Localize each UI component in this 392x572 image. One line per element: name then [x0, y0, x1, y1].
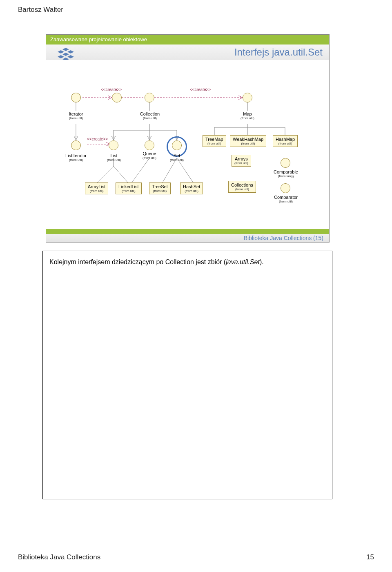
node-name: Map — [238, 111, 257, 116]
caption-text: Kolejnym interfejsem dziedziczącym po Co… — [49, 258, 325, 266]
svg-line-22 — [97, 166, 114, 183]
node-pkg: (from util) — [183, 189, 200, 193]
node-name: Iterator — [66, 111, 86, 116]
uml-circle — [281, 158, 290, 168]
node-pkg: (from util) — [167, 158, 186, 162]
svg-line-26 — [177, 158, 193, 183]
svg-marker-2 — [67, 50, 74, 53]
node-queue: Queue (from util) — [139, 151, 160, 160]
node-pkg: (from util) — [152, 189, 168, 193]
node-pkg: (from util) — [205, 142, 223, 145]
svg-line-23 — [114, 166, 128, 183]
node-comparator: Comparator (from util) — [270, 195, 302, 203]
uml-circle — [281, 183, 290, 193]
node-collection: Collection (from util) — [137, 111, 163, 120]
node-treeset: TreeSet (from util) — [149, 183, 171, 194]
node-name: WeakHashMap — [233, 137, 263, 142]
slide-topbar: Zaawansowane projektowanie obiektowe — [46, 35, 329, 45]
node-pkg: (from lang) — [270, 174, 302, 178]
svg-marker-1 — [58, 50, 64, 53]
node-list: List (from util) — [105, 153, 123, 162]
node-pkg: (from util) — [118, 189, 139, 193]
slide-footer-text: Biblioteka Java Collections (15) — [46, 234, 329, 242]
node-treemap: TreeMap (from util) — [203, 135, 226, 147]
svg-marker-3 — [62, 53, 69, 56]
node-name: Comparator — [270, 195, 302, 200]
uml-circle — [71, 93, 81, 102]
node-name: HashMap — [276, 137, 295, 142]
node-linkedlist: LinkedList (from util) — [116, 183, 142, 194]
page-footer-left: Biblioteka Java Collections — [18, 553, 100, 561]
slide-footer: Biblioteka Java Collections (15) — [46, 229, 329, 242]
uml-circle — [145, 140, 154, 150]
node-hashmap: HashMap (from util) — [273, 135, 298, 147]
node-name: Collection — [137, 111, 163, 116]
slide-container: Zaawansowane projektowanie obiektowe Int… — [46, 34, 330, 243]
page-number: 15 — [366, 553, 374, 561]
node-collections: Collections (from util) — [228, 181, 256, 193]
node-pkg: (from util) — [105, 158, 123, 162]
uml-circle — [243, 93, 252, 102]
caption-ital: java.util.Set — [226, 258, 260, 265]
node-pkg: (from util) — [137, 116, 163, 120]
svg-marker-4 — [58, 55, 64, 58]
uml-circle — [109, 140, 118, 150]
node-name: HashSet — [183, 184, 200, 189]
caption-pre: Kolejnym interfejsem dziedziczącym po Co… — [49, 258, 226, 265]
node-comparable: Comparable (from lang) — [270, 169, 302, 178]
node-name: ListIterator — [62, 153, 89, 158]
node-name: List — [105, 153, 123, 158]
node-pkg: (from util) — [233, 142, 263, 145]
uml-circle — [71, 140, 81, 150]
node-pkg: (from util) — [88, 189, 105, 193]
node-name: TreeMap — [205, 137, 223, 142]
svg-marker-5 — [67, 55, 74, 58]
node-map: Map (from util) — [238, 111, 257, 120]
uml-circle — [112, 93, 122, 102]
node-pkg: (from util) — [234, 161, 248, 165]
node-set: Set (from util) — [167, 153, 186, 162]
svg-marker-0 — [62, 48, 69, 51]
node-name: Set — [167, 153, 186, 158]
svg-line-24 — [132, 158, 149, 183]
node-pkg: (from util) — [276, 142, 295, 145]
slide-title: Interfejs java.util.Set — [46, 45, 329, 60]
node-pkg: (from util) — [238, 116, 257, 120]
node-iterator: Iterator (from util) — [66, 111, 86, 120]
caption-box: Kolejnym interfejsem dziedziczącym po Co… — [42, 251, 332, 499]
node-hashset: HashSet (from util) — [180, 183, 203, 194]
node-listiterator: ListIterator (from util) — [62, 153, 89, 162]
uml-circle — [145, 93, 154, 102]
node-pkg: (from util) — [66, 116, 86, 120]
node-name: Arrays — [234, 156, 248, 161]
node-weakhashmap: WeakHashMap (from util) — [230, 135, 266, 147]
node-name: Collections — [231, 183, 253, 187]
node-name: Queue — [139, 151, 160, 156]
node-pkg: (from util) — [139, 156, 160, 160]
node-name: LinkedList — [118, 184, 139, 189]
node-arraylist: ArrayList (from util) — [85, 183, 108, 194]
node-pkg: (from util) — [231, 187, 253, 191]
svg-line-25 — [163, 158, 177, 183]
stereo-create-3: <<create>> — [87, 137, 108, 141]
stereo-create-1: <<create>> — [101, 87, 122, 92]
node-arrays: Arrays (from util) — [232, 155, 251, 167]
author-name: Bartosz Walter — [18, 6, 63, 14]
uml-canvas: <<create>> <<create>> <<create>> Iterato… — [46, 60, 329, 230]
node-name: Comparable — [270, 169, 302, 174]
node-pkg: (from util) — [270, 200, 302, 203]
stereo-create-2: <<create>> — [190, 87, 211, 92]
node-name: ArrayList — [88, 184, 105, 189]
node-pkg: (from util) — [62, 158, 89, 162]
caption-post: ). — [260, 258, 264, 265]
node-name: TreeSet — [152, 184, 168, 189]
